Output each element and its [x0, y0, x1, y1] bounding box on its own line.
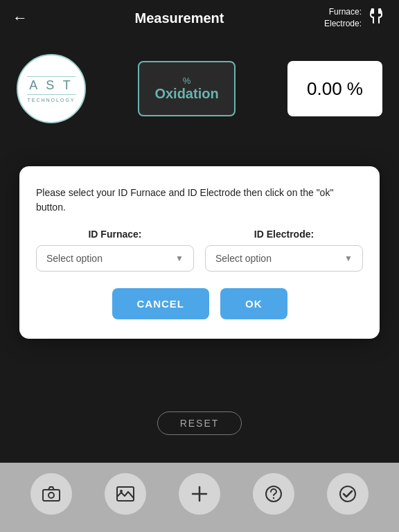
electrode-select[interactable]: Select option ▼: [205, 245, 363, 272]
svg-point-1: [48, 493, 54, 498]
add-icon: [190, 484, 209, 504]
furnace-label: Furnace:: [329, 6, 362, 18]
check-button[interactable]: [327, 473, 369, 515]
header: ← Measurement Furnace: Electrode:: [0, 0, 399, 36]
furnace-select[interactable]: Select option ▼: [36, 245, 194, 272]
help-icon: [264, 484, 283, 504]
oxidation-label: Oxidation: [154, 86, 218, 102]
svg-rect-0: [43, 490, 60, 501]
top-section: A S T TECHNOLOGY % Oxidation 0.00 %: [0, 43, 399, 134]
reset-button[interactable]: RESET: [157, 411, 242, 435]
logo-subtext: TECHNOLOGY: [27, 98, 75, 103]
oxidation-button[interactable]: % Oxidation: [138, 61, 235, 116]
furnace-select-value: Select option: [46, 253, 103, 264]
value-display: 0.00 %: [287, 61, 382, 116]
help-button[interactable]: [253, 473, 294, 515]
dialog-selects: ID Furnace: Select option ▼ ID Electrode…: [36, 229, 363, 272]
dialog-message: Please select your ID Furnace and ID Ele…: [36, 186, 363, 215]
furnace-chevron-icon: ▼: [175, 254, 184, 263]
electrode-label: Electrode:: [324, 18, 362, 30]
oxidation-percent: %: [183, 76, 191, 86]
electrode-chevron-icon: ▼: [344, 254, 353, 263]
logo-text: A S T: [29, 78, 73, 93]
gallery-icon: [116, 484, 135, 504]
reset-section: RESET: [0, 411, 399, 435]
ast-logo: A S T TECHNOLOGY: [17, 54, 86, 123]
check-icon: [338, 484, 357, 504]
camera-button[interactable]: [30, 473, 72, 515]
svg-point-8: [340, 486, 355, 502]
settings-icon[interactable]: [367, 6, 387, 30]
header-info: Furnace: Electrode:: [324, 6, 362, 30]
dialog: Please select your ID Furnace and ID Ele…: [19, 166, 380, 339]
bottom-toolbar: [0, 463, 399, 532]
furnace-select-group: ID Furnace: Select option ▼: [36, 229, 194, 272]
dialog-buttons: CANCEL OK: [36, 288, 363, 319]
back-button[interactable]: ←: [12, 9, 35, 27]
electrode-select-group: ID Electrode: Select option ▼: [205, 229, 363, 272]
gallery-button[interactable]: [105, 473, 146, 515]
add-button[interactable]: [179, 473, 220, 515]
camera-icon: [42, 484, 61, 504]
ok-button[interactable]: OK: [220, 288, 287, 319]
svg-point-3: [120, 490, 123, 493]
svg-point-7: [273, 497, 274, 499]
page-title: Measurement: [35, 10, 324, 26]
electrode-select-value: Select option: [215, 253, 272, 264]
furnace-select-label: ID Furnace:: [36, 229, 194, 240]
header-right: Furnace: Electrode:: [324, 6, 387, 30]
electrode-select-label: ID Electrode:: [205, 229, 363, 240]
cancel-button[interactable]: CANCEL: [112, 288, 210, 319]
